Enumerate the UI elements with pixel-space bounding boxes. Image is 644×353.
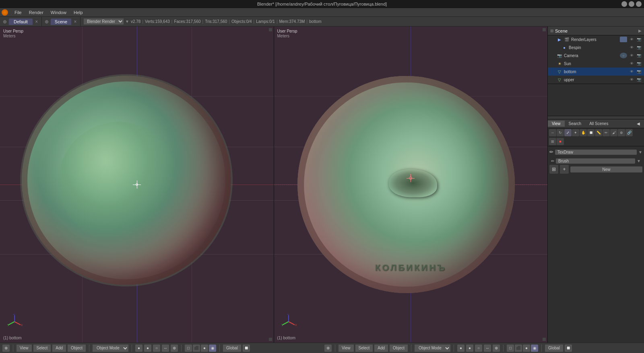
tool-icon-move[interactable]: ↔: [549, 129, 556, 136]
bottom-right-select-btn[interactable]: Select: [355, 345, 373, 352]
outliner-item-upper[interactable]: ▽ upper 👁 📷: [548, 76, 644, 84]
view-tab[interactable]: View: [548, 121, 565, 127]
transform-icon-2[interactable]: ○: [153, 345, 160, 352]
layout-add-tab[interactable]: ⊕: [2, 18, 8, 25]
tool-icon-add[interactable]: ⊕: [618, 129, 625, 136]
menu-help[interactable]: Help: [70, 9, 86, 16]
mode-select-right[interactable]: Object Mode Edit Mode: [415, 345, 450, 352]
panel-tab-expand[interactable]: ◀: [633, 121, 644, 127]
new-brush-add-icon[interactable]: +: [560, 165, 569, 174]
outliner-item-bespin[interactable]: ● Bespin 👁 📷: [548, 43, 644, 51]
scene-tab[interactable]: Scene: [51, 18, 71, 25]
bottom-render[interactable]: 📷: [636, 69, 642, 74]
snap-icon-right[interactable]: 🔲: [565, 345, 572, 352]
bespin-eye[interactable]: 👁: [629, 45, 634, 50]
all-scenes-tab[interactable]: All Scenes: [585, 121, 612, 127]
bottom-right-add-btn[interactable]: Add: [374, 345, 388, 352]
texdraw-brush-icon: ✏: [549, 149, 553, 155]
pivot-icon[interactable]: ●: [135, 345, 142, 352]
camera-eye[interactable]: 👁: [629, 53, 634, 58]
maximize-button[interactable]: [629, 1, 634, 7]
shading-solid[interactable]: ⬛: [193, 345, 200, 352]
brush-dropdown-arrow[interactable]: ▼: [638, 150, 642, 154]
upper-render[interactable]: 📷: [636, 77, 642, 82]
bottom-sep-3: [132, 345, 132, 352]
upper-eye[interactable]: 👁: [629, 77, 634, 82]
new-brush-button[interactable]: New: [570, 166, 642, 172]
transform-icon-r1[interactable]: ●: [466, 345, 473, 352]
tool-icon-snap[interactable]: 🔲: [587, 129, 594, 136]
global-btn-left[interactable]: Global: [223, 345, 241, 352]
default-layout-tab[interactable]: Default: [9, 18, 33, 25]
tool-icon-grab[interactable]: ✋: [580, 129, 587, 136]
menu-file[interactable]: File: [11, 9, 25, 16]
mode-select-left[interactable]: Object Mode Edit Mode Sculpt Mode: [93, 345, 128, 352]
bottom-select-btn[interactable]: Select: [33, 345, 51, 352]
viewport-left-corner-handle-br[interactable]: [269, 338, 272, 341]
snap-icon[interactable]: 🔲: [243, 345, 250, 352]
menu-render[interactable]: Render: [26, 9, 47, 16]
outliner-item-renderlayers[interactable]: ▶ 🎬 RenderLayers 👁 📷: [548, 35, 644, 43]
bottom-add-btn[interactable]: Add: [52, 345, 66, 352]
outliner-scroll-right[interactable]: ▶: [638, 29, 642, 33]
transform-icon-4[interactable]: ⊕: [171, 345, 178, 352]
shading-solid-right[interactable]: ⬛: [515, 345, 522, 352]
viewport-left[interactable]: User Persp Meters X Y Z (1) bottom: [0, 27, 274, 343]
tool-icon-rotate[interactable]: ↻: [557, 129, 564, 136]
transform-icon-r2[interactable]: ○: [475, 345, 482, 352]
sun-eye[interactable]: 👁: [629, 61, 634, 66]
outliner-item-bottom[interactable]: ▽ bottom 👁 📷: [548, 68, 644, 76]
tool-icon-scale[interactable]: ⤢: [564, 129, 572, 136]
shading-material-right[interactable]: ●: [523, 345, 530, 352]
render-engine-select[interactable]: Blender Render Cycles: [84, 18, 124, 25]
tool-icon-2-1[interactable]: ⊞: [549, 138, 556, 145]
scene-add-tab[interactable]: ⊕: [43, 18, 50, 25]
tool-icon-2-2[interactable]: ■: [557, 138, 564, 145]
shading-render[interactable]: ◉: [209, 345, 216, 352]
transform-icon-r3[interactable]: ↔: [484, 345, 491, 352]
renderlayers-render[interactable]: 📷: [636, 37, 642, 42]
scene-close-tab[interactable]: ×: [72, 18, 78, 25]
viewport-right-corner-handle-br[interactable]: [543, 338, 546, 341]
transform-icon-1[interactable]: ●: [144, 345, 151, 352]
menu-window[interactable]: Window: [47, 9, 70, 16]
bottom-right-view-btn[interactable]: View: [339, 345, 354, 352]
shading-wire[interactable]: □: [185, 345, 192, 352]
transform-icon-3[interactable]: ↔: [162, 345, 169, 352]
bottom-object-btn[interactable]: Object: [68, 345, 86, 352]
blender-logo: [2, 9, 8, 16]
tool-icon-measure[interactable]: 📏: [595, 129, 602, 136]
outliner-item-sun[interactable]: ☀ Sun 👁 📷: [548, 60, 644, 68]
shading-render-right[interactable]: ◉: [531, 345, 538, 352]
tool-icon-annotate[interactable]: ✏: [603, 129, 610, 136]
bottom-view-btn[interactable]: View: [17, 345, 32, 352]
camera-render[interactable]: 📷: [636, 53, 642, 58]
search-tab[interactable]: Search: [565, 121, 586, 127]
renderlayers-eye[interactable]: 👁: [629, 37, 634, 42]
shading-material[interactable]: ●: [201, 345, 208, 352]
minimize-button[interactable]: [621, 1, 627, 7]
bottom-right-object-btn[interactable]: Object: [390, 345, 408, 352]
bottom-eye[interactable]: 👁: [629, 69, 634, 74]
viewport-right[interactable]: КОЛБИКИНЪ User Persp Meters: [274, 27, 548, 343]
bottom-right-add-icon[interactable]: ⊕: [324, 345, 332, 352]
bottom-left-add-icon[interactable]: ⊕: [2, 345, 10, 352]
viewport-right-corner-handle[interactable]: [543, 28, 546, 31]
transform-icon-r4[interactable]: ⊕: [493, 345, 500, 352]
bottom-icon: ▽: [557, 69, 562, 74]
viewport-left-corner-handle[interactable]: [269, 28, 272, 31]
close-button[interactable]: [636, 1, 642, 7]
tool-icon-paint[interactable]: 🖌: [610, 129, 617, 136]
sun-render[interactable]: 📷: [636, 61, 642, 66]
bespin-render[interactable]: 📷: [636, 45, 642, 50]
outliner-item-camera[interactable]: 📷 Camera ○ 👁 📷: [548, 51, 644, 60]
brush-label-arrow[interactable]: ▼: [637, 159, 641, 163]
global-btn-right[interactable]: Global: [545, 345, 563, 352]
pivot-icon-right[interactable]: ●: [457, 345, 464, 352]
window-controls: [621, 1, 642, 7]
tool-icon-transform[interactable]: ✦: [572, 129, 579, 136]
shading-wire-right[interactable]: □: [507, 345, 514, 352]
tool-icon-link[interactable]: 🔗: [625, 129, 633, 136]
new-brush-grid-icon[interactable]: ⊞: [549, 165, 558, 174]
layout-close-tab[interactable]: ×: [33, 18, 40, 25]
